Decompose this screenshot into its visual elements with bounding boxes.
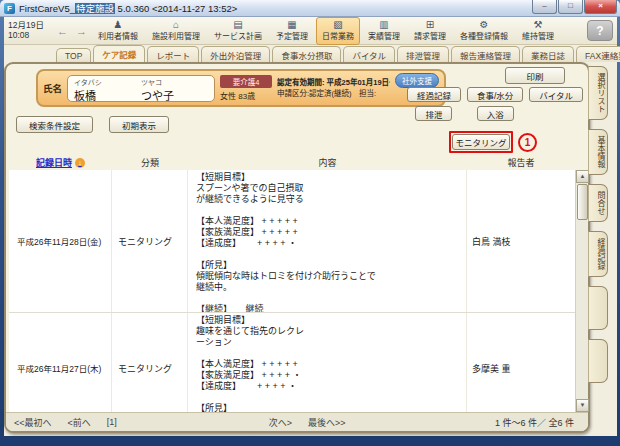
table-row[interactable]: 平成26年11月27日(木) モニタリング 【短期目標】 趣味を通じて指先のレク… — [9, 313, 575, 412]
side-tab-blank[interactable] — [588, 286, 608, 330]
toolbar-button-maintenance[interactable]: ⚒ 維持管理 — [516, 17, 560, 45]
cell-reporter: 白鳥 満枝 — [467, 170, 575, 312]
page-current: [1] — [107, 417, 117, 427]
header-reporter: 報告者 — [467, 156, 575, 169]
window-title-prefix: FirstCareV5_ — [19, 3, 75, 14]
toolbar-button-registration[interactable]: ⚙ 各種登録情報 — [454, 17, 514, 45]
tab-report-contact[interactable]: 報告連絡管理 — [451, 46, 520, 62]
minimize-button[interactable]: – — [532, 0, 557, 14]
header-datetime-label: 記録日時 — [36, 156, 72, 169]
side-tab-inquiry[interactable]: 問合せ — [588, 184, 608, 222]
tab-top[interactable]: TOP — [56, 48, 91, 62]
toolbar-button-service-plan[interactable]: ▤ サービス計画 — [208, 17, 268, 45]
cell-content: 【短期目標】 スプーンや箸での自己摂取 が継続できるように見守る 【本人満足度】… — [188, 170, 467, 312]
toolbar-label: 請求管理 — [414, 30, 446, 41]
table-row[interactable]: 平成26年11月28日(金) モニタリング 【短期目標】 スプーンや箸での自己摂… — [9, 170, 575, 313]
cell-category: モニタリング — [112, 313, 188, 412]
cell-content: 【短期目標】 趣味を通じて指先のレクレ ーション 【本人満足度】 + + + +… — [188, 313, 467, 412]
document-icon: ▤ — [233, 20, 242, 30]
bathing-button[interactable]: 入浴 — [477, 106, 514, 121]
toolbar-button-results[interactable]: ▥ 実績管理 — [362, 17, 406, 45]
print-button[interactable]: 印刷 — [505, 67, 565, 84]
progress-record-button[interactable]: 経過記録 — [407, 87, 461, 102]
tab-care-record[interactable]: ケア記録 — [93, 45, 145, 62]
help-button[interactable]: ? — [587, 20, 613, 41]
record-table-body: 平成26年11月28日(金) モニタリング 【短期目標】 スプーンや箸での自己摂… — [9, 170, 575, 412]
window-title-highlight: 特定施設 — [75, 3, 115, 14]
back-arrow-icon[interactable]: ← — [54, 25, 71, 37]
gear-icon: ⚙ — [480, 20, 489, 30]
tab-work-diary[interactable]: 業務日誌 — [522, 46, 574, 62]
monitoring-button[interactable]: モニタリング — [452, 134, 510, 150]
building-icon: ⌂ — [173, 20, 179, 30]
furigana-last: イタバシ — [74, 77, 141, 87]
page-next-link[interactable]: 次へ> — [269, 416, 292, 429]
datetime-display: 12月19日 10:08 — [8, 21, 52, 41]
external-support-badge: 社外支援 — [395, 73, 439, 88]
side-tab-basic-info[interactable]: 基本情報 — [588, 129, 608, 175]
scroll-down-icon[interactable]: ▼ — [576, 399, 589, 412]
pagination-bar: <<最初へ <前へ [1] 次へ> 最後へ>> 1 件～6 件／ 全6 件 — [6, 412, 588, 431]
toolbar-label: 施設利用管理 — [152, 30, 200, 41]
maximize-button[interactable]: □ — [558, 0, 583, 14]
toolbar-label: 各種登録情報 — [460, 30, 508, 41]
toolbar-button-billing[interactable]: ⊞ 請求管理 — [408, 17, 452, 45]
application-category: 申請区分:認定済(継続) 担当: — [277, 88, 390, 99]
certification-period: 認定有効期間: 平成25年01月19日～平成29年01月31日 — [277, 77, 390, 88]
close-button[interactable]: × — [584, 0, 617, 14]
side-tab-progress-record[interactable]: 経過記録 — [588, 231, 608, 277]
annotation-number: 1 — [518, 133, 537, 152]
cell-datetime: 平成26年11月28日(金) — [9, 170, 112, 312]
app-icon: F — [4, 3, 15, 14]
tab-outing[interactable]: 外出外泊管理 — [201, 46, 270, 62]
page-prev-link[interactable]: <前へ — [68, 416, 91, 429]
toolbar-label: 日常業務 — [322, 30, 354, 41]
care-record-panel: 氏名 イタバシ ツヤコ 板橋 つや子 要介護4 女性 83歳 認定有効期間: 平… — [4, 62, 590, 433]
toolbar-label: サービス計画 — [214, 30, 262, 41]
meal-water-button[interactable]: 食事/水分 — [467, 87, 523, 102]
tab-excretion[interactable]: 排泄管理 — [397, 46, 449, 62]
client-area: 12月19日 10:08 ← → ♟ 利用者情報 ⌂ 施設利用管理 ▤ サービス… — [4, 17, 617, 436]
window-controls: – □ × — [531, 0, 617, 14]
toolbar-button-schedule[interactable]: ▦ 予定管理 — [270, 17, 314, 45]
patient-last-name: 板橋 — [74, 87, 141, 103]
header-record-datetime[interactable]: 記録日時 ↓ — [9, 156, 112, 169]
current-time: 10:08 — [8, 31, 52, 41]
initial-display-button[interactable]: 初期表示 — [109, 116, 169, 133]
side-tab-selection-list[interactable]: 選択リスト — [588, 66, 608, 120]
toolbar-button-user-info[interactable]: ♟ 利用者情報 — [92, 17, 144, 45]
toolbar-button-daily-work[interactable]: ▧ 日常業務 — [316, 17, 360, 45]
patient-info-bar: 氏名 イタバシ ツヤコ 板橋 つや子 要介護4 女性 83歳 認定有効期間: 平… — [36, 69, 446, 107]
cell-reporter: 多摩美 重 — [467, 313, 575, 412]
wrench-icon: ⚒ — [534, 20, 543, 30]
page-first-link[interactable]: <<最初へ — [14, 416, 52, 429]
record-action-buttons: 経過記録 食事/水分 バイタル 排泄 入浴 — [407, 87, 583, 121]
tab-fax[interactable]: FAX連絡票 — [576, 46, 620, 62]
excretion-button[interactable]: 排泄 — [415, 106, 452, 121]
record-table-header: 記録日時 ↓ 分類 内容 報告者 — [9, 155, 575, 171]
side-tab-blank[interactable] — [588, 339, 608, 383]
page-last-link[interactable]: 最後へ>> — [308, 416, 346, 429]
tab-meal-water[interactable]: 食事水分摂取 — [272, 46, 341, 62]
care-level-badge: 要介護4 — [220, 75, 272, 88]
table-scrollbar[interactable]: ▲ ▼ — [575, 170, 588, 412]
tab-report[interactable]: レポート — [147, 46, 199, 62]
forward-arrow-icon[interactable]: → — [73, 25, 90, 37]
calculator-icon: ⊞ — [426, 20, 434, 30]
header-content: 内容 — [188, 156, 467, 169]
toolbar-label: 利用者情報 — [98, 30, 138, 41]
scrollbar-thumb[interactable] — [577, 184, 588, 220]
header-category: 分類 — [112, 156, 188, 169]
patient-first-name: つや子 — [141, 87, 208, 103]
title-bar: F FirstCareV5_特定施設 5.0.360 <2014-11-27 1… — [0, 0, 620, 17]
toolbar-label: 維持管理 — [522, 30, 554, 41]
furigana-first: ツヤコ — [141, 77, 208, 87]
sort-icon: ↓ — [75, 158, 85, 168]
tab-vital[interactable]: バイタル — [343, 46, 395, 62]
search-condition-button[interactable]: 検索条件設定 — [16, 116, 93, 133]
toolbar-label: 予定管理 — [276, 30, 308, 41]
calendar-icon: ▦ — [287, 20, 296, 30]
vital-button[interactable]: バイタル — [529, 87, 583, 102]
toolbar-button-facility-use[interactable]: ⌂ 施設利用管理 — [146, 17, 206, 45]
clipboard-icon: ▧ — [333, 20, 342, 30]
